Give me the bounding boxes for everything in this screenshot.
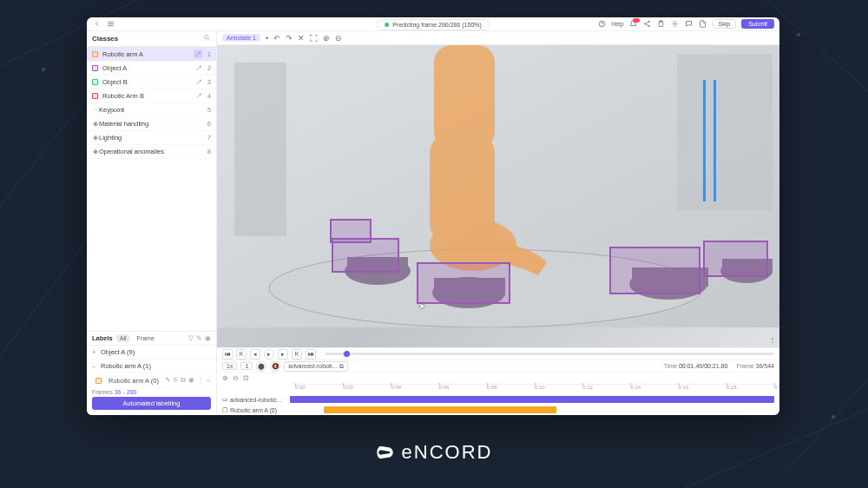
track-bar[interactable]	[290, 396, 774, 403]
ruler-tick: 0:12	[582, 385, 593, 390]
next-frame-icon[interactable]: K	[292, 349, 302, 359]
bbox-object-a[interactable]	[330, 219, 372, 243]
clipboard-icon[interactable]	[657, 20, 666, 29]
zoom-out-icon[interactable]: ⊖	[335, 34, 342, 43]
brush-icon[interactable]: ✎	[196, 334, 202, 342]
wand-icon[interactable]	[195, 65, 202, 72]
class-item[interactable]: ·Keypoint5	[87, 103, 216, 117]
scrub-thumb[interactable]	[344, 351, 350, 357]
class-item[interactable]: Object A2	[87, 62, 216, 76]
edit-icon[interactable]: ✎	[165, 376, 171, 385]
class-item[interactable]: Robotic Arm B4	[87, 89, 216, 103]
track-bar-area[interactable]	[290, 396, 774, 403]
class-shortcut: 4	[202, 93, 211, 99]
bbox-object-a[interactable]	[417, 262, 510, 304]
submit-button[interactable]: Submit	[741, 19, 774, 29]
bbox-object-a[interactable]	[609, 247, 700, 294]
label-sub-row[interactable]: Robotic arm A (0) ✎ ⎘ ⧉ ◉ ⋮ ⌕	[87, 373, 216, 387]
class-item[interactable]: ◈Operational anomalies8	[87, 145, 216, 159]
box-icon: ▢	[222, 406, 228, 413]
svg-point-0	[42, 68, 45, 71]
label-row[interactable]: + Object A (9)	[87, 346, 216, 359]
search-small-icon[interactable]: ⌕	[207, 376, 211, 385]
class-item[interactable]: ◈Lighting7	[87, 131, 216, 145]
frame-input[interactable]: 1	[240, 362, 253, 370]
track-row[interactable]: ▢ Robotic arm A (0)	[217, 405, 779, 415]
step-fwd-icon[interactable]: ▸	[278, 349, 288, 359]
class-item[interactable]: ◈Material handling6	[87, 117, 216, 131]
help-label[interactable]: Help	[611, 21, 623, 27]
expand-icon[interactable]: +	[92, 348, 101, 356]
status-text: Predicting frame 286/286 (100%)	[392, 22, 482, 28]
bbox-object-a[interactable]	[703, 241, 768, 277]
tag-icon: ◈	[92, 148, 99, 155]
prev-frame-icon[interactable]: K	[236, 349, 247, 359]
svg-point-7	[648, 25, 650, 27]
redo-icon[interactable]: ↷	[286, 34, 293, 43]
tab-all[interactable]: All	[116, 334, 130, 342]
gear-icon[interactable]	[671, 20, 680, 29]
copy-icon[interactable]: ⧉	[339, 363, 344, 370]
more-vert-icon[interactable]: ⋮	[769, 336, 776, 344]
collapse-icon[interactable]: –	[92, 362, 101, 370]
search-icon[interactable]	[203, 34, 211, 43]
track-bar-area[interactable]	[290, 406, 774, 413]
share-icon[interactable]	[643, 20, 652, 29]
track-row[interactable]: ▭ advanced-robotic...	[217, 394, 779, 405]
eye-icon[interactable]: ◉	[188, 376, 194, 385]
annotate-chip[interactable]: Annotate 1	[222, 34, 260, 42]
class-item[interactable]: Robotic arm A1	[87, 47, 216, 62]
speed-chip[interactable]: 1x	[222, 362, 237, 370]
more-icon[interactable]: ⋮	[197, 376, 204, 385]
menu-icon[interactable]	[106, 20, 115, 29]
track-bar[interactable]	[324, 406, 556, 413]
video-viewport[interactable]: ➤ ⋮	[217, 45, 779, 347]
notification-icon[interactable]	[629, 20, 638, 29]
main-panel: Annotate 1 • ↶ ↷ ✕ ⛶ ⊕ ⊖	[217, 31, 779, 415]
zoom-in-icon[interactable]: ⊕	[222, 374, 228, 382]
comment-icon[interactable]	[685, 20, 694, 29]
copy-icon[interactable]: ⧉	[181, 376, 186, 385]
ruler-tick: 0:18	[727, 385, 737, 390]
wand-icon[interactable]	[194, 49, 202, 58]
link-icon[interactable]: ⎘	[174, 376, 178, 385]
wand-icon[interactable]	[195, 93, 202, 100]
zoom-out-icon[interactable]: ⊖	[233, 374, 239, 382]
classes-header: Classes	[87, 31, 216, 47]
document-icon[interactable]	[699, 20, 707, 29]
bullet-icon[interactable]: •	[266, 34, 268, 43]
class-name: Lighting	[99, 134, 202, 142]
mute-icon[interactable]: 🔇	[270, 361, 280, 372]
class-name: Material handling	[99, 120, 202, 128]
back-icon[interactable]	[92, 20, 101, 29]
svg-rect-13	[234, 63, 286, 236]
play-icon[interactable]: ▸	[264, 349, 274, 359]
record-icon[interactable]: ⬤	[256, 361, 266, 372]
step-back-icon[interactable]: ◂	[250, 349, 260, 359]
svg-rect-15	[703, 80, 706, 201]
eye-icon[interactable]: ◉	[205, 334, 211, 342]
tag-icon: ◈	[92, 121, 99, 128]
label-name: Robotic arm A (1)	[101, 362, 211, 370]
wand-icon[interactable]	[195, 79, 202, 86]
undo-icon[interactable]: ↶	[273, 34, 280, 43]
ruler-tick: 0:04	[391, 385, 401, 390]
automated-labelling-button[interactable]: Automated labelling	[92, 397, 211, 410]
skip-button[interactable]: Skip	[713, 19, 737, 29]
skip-end-icon[interactable]: ⏭	[306, 349, 316, 359]
crop-icon[interactable]: ✕	[298, 34, 305, 43]
scrub-bar[interactable]	[325, 353, 774, 355]
bbox-object-a[interactable]	[332, 238, 399, 273]
filter-icon[interactable]: ▽	[188, 334, 194, 342]
class-shortcut: 2	[202, 65, 211, 71]
filename-chip[interactable]: advanced-roboti... ⧉	[284, 361, 348, 372]
color-swatch-icon	[92, 79, 98, 85]
fit-icon[interactable]: ⊡	[243, 374, 249, 382]
expand-icon[interactable]: ⛶	[310, 34, 318, 43]
zoom-in-icon[interactable]: ⊕	[323, 34, 330, 43]
skip-start-icon[interactable]: ⏮	[222, 349, 233, 359]
help-icon[interactable]	[597, 20, 606, 29]
class-item[interactable]: Object B3	[87, 76, 216, 89]
label-row[interactable]: – Robotic arm A (1)	[87, 359, 216, 373]
tab-frame[interactable]: Frame	[134, 334, 158, 342]
